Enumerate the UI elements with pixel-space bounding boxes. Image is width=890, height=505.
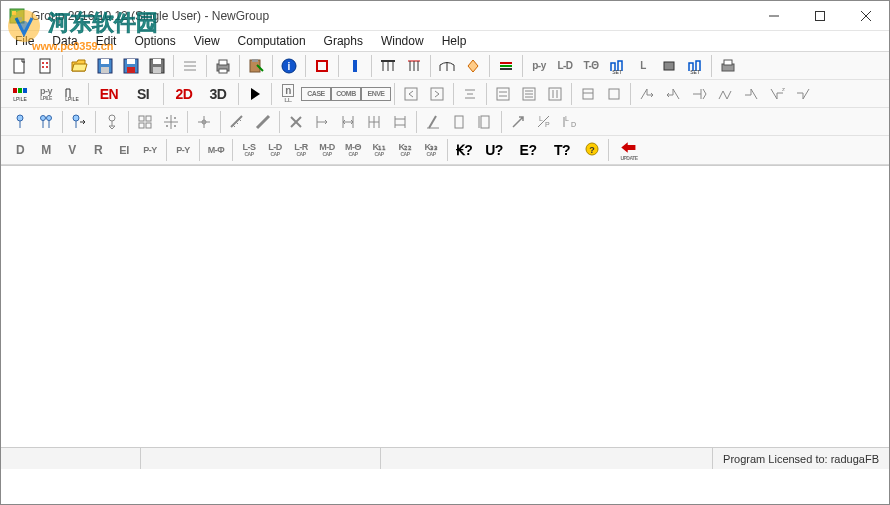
k33-button[interactable]: K₃₃CAP xyxy=(418,138,444,162)
menu-graphs[interactable]: Graphs xyxy=(316,32,371,50)
py-button[interactable]: p-y xyxy=(526,54,552,78)
lp-icon[interactable]: LP xyxy=(531,110,557,134)
prev-button[interactable] xyxy=(398,82,424,106)
align-center-button[interactable] xyxy=(457,82,483,106)
menu-view[interactable]: View xyxy=(186,32,228,50)
menu-options[interactable]: Options xyxy=(126,32,183,50)
paste-button[interactable] xyxy=(243,54,269,78)
lines-icon[interactable] xyxy=(177,54,203,78)
dim1-icon[interactable] xyxy=(309,110,335,134)
menu-file[interactable]: File xyxy=(7,32,42,50)
print2-button[interactable] xyxy=(715,54,741,78)
set2-button[interactable]: SET xyxy=(682,54,708,78)
ruler-icon[interactable] xyxy=(224,110,250,134)
case-button[interactable]: CASE xyxy=(301,87,331,101)
menu-computation[interactable]: Computation xyxy=(230,32,314,50)
ls-button[interactable]: L-SCAP xyxy=(236,138,262,162)
menu-help[interactable]: Help xyxy=(434,32,475,50)
arrow5-icon[interactable] xyxy=(738,82,764,106)
l-button[interactable]: L xyxy=(630,54,656,78)
next-button[interactable] xyxy=(424,82,450,106)
rect2-icon[interactable] xyxy=(446,110,472,134)
lr-button[interactable]: L-RCAP xyxy=(288,138,314,162)
update-button[interactable]: UPDATE xyxy=(612,138,646,162)
box-close-button[interactable] xyxy=(601,82,627,106)
ei-button[interactable]: EI xyxy=(111,138,137,162)
pin1-icon[interactable] xyxy=(7,110,33,134)
md-button[interactable]: M-DCAP xyxy=(314,138,340,162)
arrow-ur-icon[interactable] xyxy=(505,110,531,134)
list3-button[interactable] xyxy=(542,82,568,106)
dim3-icon[interactable] xyxy=(361,110,387,134)
enve-button[interactable]: ENVE xyxy=(361,87,391,101)
py1-button[interactable]: P-Y xyxy=(137,138,163,162)
run-button[interactable] xyxy=(242,82,268,106)
si-button[interactable]: SI xyxy=(126,82,160,106)
en-button[interactable]: EN xyxy=(92,82,126,106)
maximize-button[interactable] xyxy=(797,1,843,31)
diamond-icon[interactable] xyxy=(460,54,486,78)
cross-icon[interactable] xyxy=(191,110,217,134)
list2-button[interactable] xyxy=(516,82,542,106)
t-lines-icon[interactable] xyxy=(401,54,427,78)
ld2-icon[interactable]: LD xyxy=(557,110,583,134)
dim2-icon[interactable] xyxy=(335,110,361,134)
menu-data[interactable]: Data xyxy=(44,32,85,50)
ld-button[interactable]: L-D xyxy=(552,54,578,78)
red-square-icon[interactable] xyxy=(309,54,335,78)
grid-dots-icon[interactable] xyxy=(158,110,184,134)
t0-button[interactable]: T-Θ xyxy=(578,54,604,78)
x-icon[interactable] xyxy=(283,110,309,134)
py2-button[interactable]: P-Y xyxy=(170,138,196,162)
arrow7-icon[interactable] xyxy=(790,82,816,106)
set1-button[interactable]: SET xyxy=(604,54,630,78)
grid4-icon[interactable] xyxy=(132,110,158,134)
r-button[interactable]: R xyxy=(85,138,111,162)
box-open-button[interactable] xyxy=(575,82,601,106)
menu-edit[interactable]: Edit xyxy=(88,32,125,50)
open-button[interactable] xyxy=(66,54,92,78)
save-button[interactable] xyxy=(92,54,118,78)
info-button[interactable]: i xyxy=(276,54,302,78)
line-icon[interactable] xyxy=(250,110,276,134)
2d-button[interactable]: 2D xyxy=(167,82,201,106)
q-yellow-button[interactable]: ? xyxy=(579,138,605,162)
pin2-icon[interactable] xyxy=(33,110,59,134)
menu-window[interactable]: Window xyxy=(373,32,432,50)
q-button[interactable]: ₭? xyxy=(451,138,477,162)
arrow2-icon[interactable] xyxy=(660,82,686,106)
comb-button[interactable]: COMB xyxy=(331,87,361,101)
k11-button[interactable]: K₁₁CAP xyxy=(366,138,392,162)
t-button[interactable]: T? xyxy=(545,138,579,162)
minimize-button[interactable] xyxy=(751,1,797,31)
m-button[interactable]: M xyxy=(33,138,59,162)
list1-button[interactable] xyxy=(490,82,516,106)
n-button[interactable]: nL.L. xyxy=(275,82,301,106)
d-button[interactable]: D xyxy=(7,138,33,162)
dim4-icon[interactable] xyxy=(387,110,413,134)
bridge-icon[interactable] xyxy=(434,54,460,78)
arrow4-icon[interactable] xyxy=(712,82,738,106)
rect-side-icon[interactable] xyxy=(472,110,498,134)
slant-icon[interactable] xyxy=(420,110,446,134)
save-red-button[interactable] xyxy=(118,54,144,78)
hlines-icon[interactable] xyxy=(493,54,519,78)
save-bw-button[interactable] xyxy=(144,54,170,78)
columns-icon[interactable] xyxy=(375,54,401,78)
print-button[interactable] xyxy=(210,54,236,78)
pin-arrow-icon[interactable] xyxy=(66,110,92,134)
close-button[interactable] xyxy=(843,1,889,31)
pin-tri-icon[interactable] xyxy=(99,110,125,134)
m0-button[interactable]: M-ΘCAP xyxy=(340,138,366,162)
arrow1-icon[interactable] xyxy=(634,82,660,106)
lpile-py-button[interactable]: p-yLPILE xyxy=(33,82,59,106)
lpile-colors-button[interactable]: LPILE xyxy=(7,82,33,106)
mf-button[interactable]: M-Φ xyxy=(203,138,229,162)
u-button[interactable]: U? xyxy=(477,138,511,162)
arrow3-icon[interactable] xyxy=(686,82,712,106)
arrow6-icon[interactable]: z xyxy=(764,82,790,106)
e-button[interactable]: E? xyxy=(511,138,545,162)
lpile-chart-button[interactable]: LPILE xyxy=(59,82,85,106)
v-button[interactable]: V xyxy=(59,138,85,162)
new-button[interactable] xyxy=(7,54,33,78)
